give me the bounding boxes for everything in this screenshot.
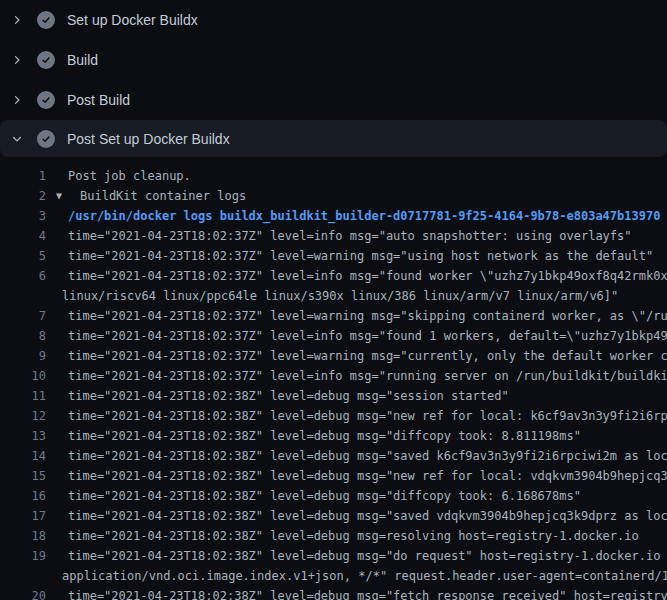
log-container: 1Post job cleanup.2▼BuildKit container l… [0, 157, 667, 600]
log-line-number[interactable]: 20 [0, 586, 46, 600]
log-line-text: time="2021-04-23T18:02:37Z" level=info m… [46, 366, 667, 386]
log-line-text: time="2021-04-23T18:02:37Z" level=info m… [46, 226, 632, 246]
log-line-number[interactable]: 16 [0, 486, 46, 506]
log-line-text: time="2021-04-23T18:02:38Z" level=debug … [46, 586, 667, 600]
log-line-text: time="2021-04-23T18:02:38Z" level=debug … [46, 426, 581, 446]
step-title: Post Build [67, 92, 130, 108]
log-line-number[interactable]: 11 [0, 386, 46, 406]
log-line-number[interactable]: 14 [0, 446, 46, 466]
step-row[interactable]: Set up Docker Buildx [0, 0, 667, 40]
log-line-number[interactable]: 17 [0, 506, 46, 526]
log-line-number[interactable]: 4 [0, 226, 46, 246]
log-line-number[interactable]: 12 [0, 406, 46, 426]
log-line-continuation: linux/riscv64 linux/ppc64le linux/s390x … [0, 286, 667, 306]
log-line: 20time="2021-04-23T18:02:38Z" level=debu… [0, 586, 667, 600]
log-line-text: time="2021-04-23T18:02:37Z" level=warnin… [46, 306, 667, 326]
chevron-down-icon [9, 133, 25, 145]
log-line-number[interactable]: 13 [0, 426, 46, 446]
log-line: 17time="2021-04-23T18:02:38Z" level=debu… [0, 506, 667, 526]
log-line-number[interactable]: 7 [0, 306, 46, 326]
log-line-number[interactable]: 8 [0, 326, 46, 346]
log-line-text: time="2021-04-23T18:02:38Z" level=debug … [46, 446, 667, 466]
step-title: Set up Docker Buildx [67, 12, 198, 28]
check-circle-icon [37, 51, 55, 69]
triangle-down-icon[interactable]: ▼ [56, 186, 70, 206]
log-line-text: time="2021-04-23T18:02:38Z" level=debug … [46, 526, 639, 546]
log-line-text: time="2021-04-23T18:02:37Z" level=info m… [46, 266, 667, 286]
log-line-text: time="2021-04-23T18:02:38Z" level=debug … [46, 546, 667, 566]
step-row[interactable]: Build [0, 40, 667, 80]
log-line: 2▼BuildKit container logs [0, 186, 667, 206]
log-line-number[interactable]: 5 [0, 246, 46, 266]
log-line: 4time="2021-04-23T18:02:37Z" level=info … [0, 226, 667, 246]
log-line: 13time="2021-04-23T18:02:38Z" level=debu… [0, 426, 667, 446]
log-line-text: application/vnd.oci.image.index.v1+json,… [46, 566, 667, 586]
log-line-text: BuildKit container logs [70, 186, 246, 206]
chevron-right-icon [9, 54, 25, 66]
step-title: Post Set up Docker Buildx [67, 131, 230, 147]
log-line-number[interactable]: 19 [0, 546, 46, 566]
log-line-number[interactable]: 3 [0, 206, 46, 226]
log-line-number [0, 286, 46, 306]
check-circle-icon [37, 91, 55, 109]
log-line: 11time="2021-04-23T18:02:38Z" level=debu… [0, 386, 667, 406]
log-viewer: Set up Docker BuildxBuildPost BuildPost … [0, 0, 667, 600]
log-line-number[interactable]: 6 [0, 266, 46, 286]
log-line: 5time="2021-04-23T18:02:37Z" level=warni… [0, 246, 667, 266]
log-line-text: time="2021-04-23T18:02:38Z" level=debug … [46, 386, 509, 406]
log-command-text: /usr/bin/docker logs buildx_buildkit_bui… [46, 206, 660, 226]
log-line: 6time="2021-04-23T18:02:37Z" level=info … [0, 266, 667, 286]
log-line: 10time="2021-04-23T18:02:37Z" level=info… [0, 366, 667, 386]
check-circle-icon [37, 11, 55, 29]
log-line-text: time="2021-04-23T18:02:38Z" level=debug … [46, 506, 667, 526]
log-line: 15time="2021-04-23T18:02:38Z" level=debu… [0, 466, 667, 486]
log-line-text: time="2021-04-23T18:02:37Z" level=warnin… [46, 346, 667, 366]
log-line: 8time="2021-04-23T18:02:37Z" level=info … [0, 326, 667, 346]
log-line-text: time="2021-04-23T18:02:38Z" level=debug … [46, 406, 667, 426]
log-line-text: linux/riscv64 linux/ppc64le linux/s390x … [46, 286, 618, 306]
log-line-text: time="2021-04-23T18:02:37Z" level=warnin… [46, 246, 653, 266]
log-line-text: time="2021-04-23T18:02:38Z" level=debug … [46, 466, 667, 486]
log-line: 1Post job cleanup. [0, 166, 667, 186]
log-line-number[interactable]: 10 [0, 366, 46, 386]
log-line-text: Post job cleanup. [46, 166, 191, 186]
log-line: 12time="2021-04-23T18:02:38Z" level=debu… [0, 406, 667, 426]
log-line: 9time="2021-04-23T18:02:37Z" level=warni… [0, 346, 667, 366]
step-title: Build [67, 52, 98, 68]
log-line-continuation: application/vnd.oci.image.index.v1+json,… [0, 566, 667, 586]
log-line: 14time="2021-04-23T18:02:38Z" level=debu… [0, 446, 667, 466]
log-line-text: time="2021-04-23T18:02:38Z" level=debug … [46, 486, 581, 506]
check-circle-icon [37, 130, 55, 148]
log-line: 19time="2021-04-23T18:02:38Z" level=debu… [0, 546, 667, 566]
log-line: 3/usr/bin/docker logs buildx_buildkit_bu… [0, 206, 667, 226]
log-line: 18time="2021-04-23T18:02:38Z" level=debu… [0, 526, 667, 546]
steps-list: Set up Docker BuildxBuildPost BuildPost … [0, 0, 667, 157]
log-line-number[interactable]: 18 [0, 526, 46, 546]
log-line-number [0, 566, 46, 586]
log-line: 16time="2021-04-23T18:02:38Z" level=debu… [0, 486, 667, 506]
step-row[interactable]: Post Set up Docker Buildx [0, 120, 667, 157]
chevron-right-icon [9, 94, 25, 106]
log-line-number[interactable]: 2 [0, 186, 46, 206]
log-line-number[interactable]: 15 [0, 466, 46, 486]
log-line-number[interactable]: 9 [0, 346, 46, 366]
log-line-number[interactable]: 1 [0, 166, 46, 186]
log-line-text: time="2021-04-23T18:02:37Z" level=info m… [46, 326, 667, 346]
chevron-right-icon [9, 14, 25, 26]
step-row[interactable]: Post Build [0, 80, 667, 120]
log-line: 7time="2021-04-23T18:02:37Z" level=warni… [0, 306, 667, 326]
